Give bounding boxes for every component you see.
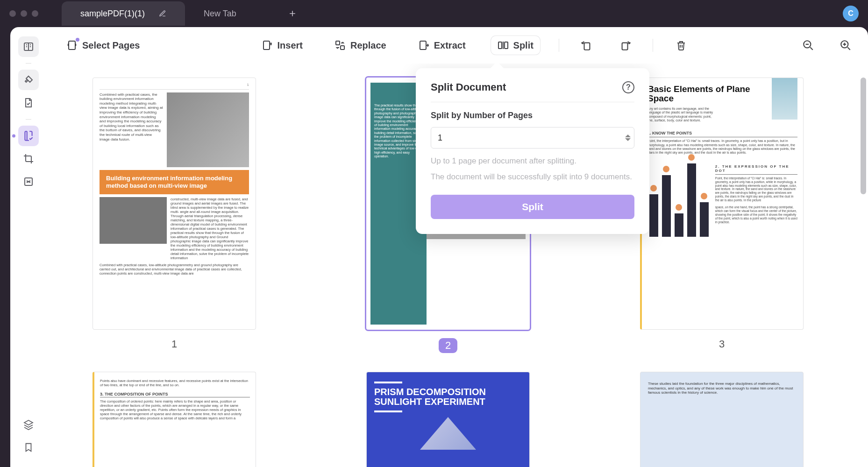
- page-cell: 1 Combined with practical cases, the bui…: [65, 78, 283, 353]
- pages-grid-container[interactable]: 1 Combined with practical cases, the bui…: [47, 64, 868, 467]
- select-pages-icon: [66, 40, 78, 51]
- page4-heading: 3. THE COMPOSITION OF POINTS: [100, 392, 250, 397]
- page-edit-toolbar: Select Pages Insert Replace Extract: [47, 27, 868, 64]
- page1-body-text: constructed, multi-view image data are f…: [171, 197, 249, 260]
- zoom-out-button[interactable]: [799, 36, 818, 55]
- separator: [559, 39, 559, 52]
- tab-new[interactable]: New Tab: [185, 1, 255, 26]
- page-thumbnail-4[interactable]: Points also have dominant and recessive …: [92, 372, 256, 467]
- page1-title-band: Building environment information modelin…: [100, 170, 249, 195]
- page-cell: PRISM DECOMPOSITION SUNLIGHT EXPERIMENT: [339, 372, 557, 467]
- page-cell: Points also have dominant and recessive …: [65, 372, 283, 467]
- page-number: 1: [171, 338, 177, 350]
- split-confirm-button[interactable]: Split: [431, 195, 634, 219]
- extract-icon: [418, 40, 429, 51]
- redact-tool-button[interactable]: [18, 171, 39, 192]
- page-number-selected: 2: [439, 338, 457, 353]
- page5-prism-graphic: [420, 417, 476, 450]
- rotate-left-button[interactable]: [578, 36, 597, 55]
- close-window-button[interactable]: [9, 10, 16, 17]
- split-button[interactable]: Split: [491, 36, 540, 55]
- svg-rect-9: [584, 43, 590, 50]
- page-thumbnail-6[interactable]: These studies laid the foundation for th…: [640, 372, 804, 467]
- stepper-down-button[interactable]: [625, 138, 631, 141]
- insert-icon: [262, 40, 273, 51]
- help-icon[interactable]: ?: [622, 81, 634, 93]
- svg-rect-6: [420, 41, 426, 50]
- stepper: [625, 134, 631, 141]
- svg-rect-3: [263, 41, 270, 50]
- page-thumbnail-5[interactable]: PRISM DECOMPOSITION SUNLIGHT EXPERIMENT: [366, 372, 530, 467]
- button-label: Extract: [434, 40, 466, 51]
- page1-image-1: [167, 92, 249, 167]
- insert-button[interactable]: Insert: [255, 36, 309, 55]
- svg-rect-4: [336, 41, 340, 45]
- highlight-tool-button[interactable]: [18, 70, 39, 90]
- separator: [26, 119, 31, 120]
- split-popover: Split Document ? Split by Number of Page…: [416, 68, 649, 234]
- tab-label: New Tab: [204, 9, 236, 19]
- page-number: 3: [719, 338, 725, 350]
- page3-col2: 2. THE EXPRESSION OF THE DOT Point, the …: [715, 160, 797, 237]
- edit-tool-button[interactable]: [18, 92, 39, 113]
- main-content: Select Pages Insert Replace Extract: [47, 27, 868, 467]
- svg-rect-5: [341, 46, 344, 50]
- button-label: Select Pages: [82, 40, 140, 51]
- split-pages-input[interactable]: [431, 127, 634, 149]
- split-hint-1: Up to 1 page per document after splittin…: [431, 155, 634, 167]
- stepper-up-button[interactable]: [625, 134, 631, 137]
- tab-label: samplePDF(1)(1): [80, 9, 145, 19]
- button-label: Replace: [350, 40, 386, 51]
- window-titlebar: samplePDF(1)(1) New Tab C: [0, 0, 868, 27]
- page3-body-3: space, on the one hand, the point has a …: [715, 205, 797, 224]
- svg-rect-7: [498, 42, 502, 49]
- page-edit-tool-button[interactable]: [18, 126, 39, 146]
- scrollbar-thumb[interactable]: [861, 78, 866, 194]
- add-tab-button[interactable]: [283, 4, 302, 23]
- delete-button[interactable]: [672, 36, 690, 55]
- page3-body-1: Point, the interpretation of "Ci Hai" is…: [647, 139, 797, 155]
- maximize-window-button[interactable]: [32, 10, 38, 17]
- user-avatar[interactable]: C: [843, 6, 859, 21]
- page3-title: Basic Elements of Plane Space: [647, 85, 772, 103]
- traffic-lights: [9, 10, 38, 17]
- separator: [653, 39, 653, 52]
- page1-image-2: [100, 197, 167, 244]
- separator: [26, 63, 31, 64]
- tab-bar: samplePDF(1)(1) New Tab: [62, 0, 843, 27]
- extract-button[interactable]: Extract: [412, 36, 472, 55]
- page-thumbnail-3[interactable]: Basic Elements of Plane Space Any art co…: [640, 78, 804, 330]
- minimize-window-button[interactable]: [21, 10, 27, 17]
- crop-tool-button[interactable]: [18, 149, 39, 169]
- zoom-in-button[interactable]: [836, 36, 855, 55]
- avatar-letter: C: [848, 9, 854, 18]
- page-cell: These studies laid the foundation for th…: [613, 372, 831, 467]
- rotate-right-button[interactable]: [615, 36, 634, 55]
- tab-samplepdf[interactable]: samplePDF(1)(1): [62, 1, 185, 26]
- app-body: Select Pages Insert Replace Extract: [10, 27, 868, 467]
- page1-top-text: Combined with practical cases, the build…: [100, 92, 163, 167]
- reader-mode-button[interactable]: [18, 36, 39, 57]
- svg-rect-2: [69, 41, 75, 50]
- page5-title: PRISM DECOMPOSITION SUNLIGHT EXPERIMENT: [374, 387, 522, 407]
- page3-subtitle: Any art contains its own language, and t…: [647, 107, 716, 123]
- page3-heading-1: 1. KNOW THE POINTS: [647, 131, 797, 137]
- split-mode-label: Split by Number of Pages: [431, 111, 634, 120]
- left-toolbar: [10, 27, 47, 467]
- pencil-icon[interactable]: [159, 10, 166, 17]
- page3-image: [772, 78, 797, 120]
- button-label: Split: [522, 201, 543, 212]
- replace-icon: [334, 40, 346, 51]
- page6-body: These studies laid the foundation for th…: [648, 382, 796, 395]
- select-pages-button[interactable]: Select Pages: [60, 36, 146, 55]
- replace-button[interactable]: Replace: [328, 36, 393, 55]
- split-hint-2: The document will be successfully split …: [431, 171, 634, 183]
- svg-rect-8: [505, 42, 508, 49]
- button-label: Split: [513, 40, 534, 51]
- svg-rect-10: [622, 43, 627, 50]
- bookmark-button[interactable]: [18, 437, 39, 458]
- page3-chart: [647, 160, 711, 237]
- page-thumbnail-1[interactable]: 1 Combined with practical cases, the bui…: [92, 78, 256, 330]
- layers-button[interactable]: [18, 414, 39, 435]
- page1-footer-text: Combined with practical cases, low-altit…: [100, 263, 249, 276]
